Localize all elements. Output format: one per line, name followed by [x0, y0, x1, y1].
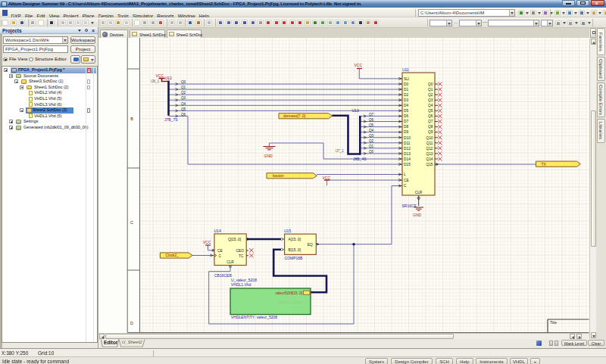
svg-text:CE: CE [404, 179, 409, 182]
svg-text:C: C [130, 220, 133, 225]
svg-text:D0: D0 [404, 82, 408, 86]
svg-text:TX: TX [542, 163, 547, 166]
svg-text:Q2: Q2 [428, 93, 433, 97]
svg-text:U13: U13 [352, 108, 359, 113]
svg-text:D9: D9 [404, 130, 408, 134]
svg-text:D10: D10 [404, 136, 411, 140]
svg-text:Q6: Q6 [428, 114, 433, 118]
svg-text:Q0: Q0 [428, 82, 433, 86]
svg-text:CLR: CLR [226, 260, 234, 264]
svg-text:Q4: Q4 [428, 104, 433, 107]
svg-text:D12: D12 [404, 147, 411, 151]
svg-text:IJ6_1: IJ6_1 [151, 79, 160, 83]
svg-text:D1: D1 [404, 88, 408, 92]
svg-text:Title: Title [550, 321, 557, 325]
svg-text:Clock2_: Clock2_ [166, 254, 180, 257]
svg-text:Q12: Q12 [426, 147, 433, 151]
svg-text:D5: D5 [404, 109, 408, 113]
svg-text:D15: D15 [404, 163, 411, 166]
svg-text:IJ7_1: IJ7_1 [336, 149, 345, 153]
svg-text:B[15..0]: B[15..0] [289, 248, 301, 252]
svg-text:VCC: VCC [355, 63, 363, 67]
svg-text:Q3: Q3 [369, 134, 374, 138]
svg-text:Q9: Q9 [428, 130, 433, 134]
svg-text:Q6: Q6 [369, 118, 374, 122]
svg-text:Q8: Q8 [428, 125, 433, 129]
svg-text:VCC: VCC [156, 73, 164, 78]
svg-text:Q1: Q1 [428, 88, 433, 92]
svg-text:VCC: VCC [323, 176, 331, 180]
svg-text:Q[15..0]: Q[15..0] [228, 238, 241, 241]
svg-text:J7B_7S: J7B_7S [164, 117, 178, 122]
svg-text:Q5: Q5 [181, 107, 186, 111]
svg-text:GND: GND [413, 213, 422, 217]
svg-text:U11: U11 [402, 67, 409, 72]
svg-text:Q4: Q4 [181, 102, 186, 106]
svg-text:U14: U14 [214, 229, 221, 233]
svg-text:CB16CEB: CB16CEB [214, 273, 232, 278]
svg-text:VHDL1.Vhd: VHDL1.Vhd [231, 282, 251, 287]
svg-text:Q0: Q0 [181, 80, 186, 84]
svg-text:Q5: Q5 [369, 123, 374, 127]
svg-text:Q15: Q15 [426, 163, 433, 166]
svg-text:EQ: EQ [308, 243, 313, 247]
svg-text:CEO: CEO [236, 249, 245, 253]
svg-text:GND: GND [264, 154, 273, 158]
svg-text:Q6: Q6 [181, 113, 186, 117]
svg-text:Q11: Q11 [426, 142, 433, 145]
svg-text:D14: D14 [404, 157, 411, 161]
svg-text:D13: D13 [404, 152, 411, 156]
svg-text:D2: D2 [404, 93, 408, 97]
svg-text:Q5: Q5 [428, 109, 433, 113]
svg-text:Q0: Q0 [369, 150, 374, 154]
svg-text:D8: D8 [404, 125, 408, 129]
svg-text:Q13: Q13 [426, 152, 433, 156]
svg-text:COMP16B: COMP16B [285, 256, 304, 260]
svg-text:VCC: VCC [203, 240, 211, 244]
svg-text:D4: D4 [404, 104, 408, 107]
svg-text:Q3: Q3 [428, 98, 433, 102]
svg-text:D3: D3 [404, 98, 408, 102]
svg-text:CLR: CLR [415, 191, 423, 194]
svg-text:Q7: Q7 [428, 120, 433, 123]
svg-text:valeur_5208: valeur_5208 [278, 300, 304, 304]
svg-text:Q1: Q1 [369, 145, 374, 148]
svg-text:bouton: bouton [273, 174, 284, 178]
svg-text:Q2: Q2 [181, 91, 186, 95]
svg-text:TC: TC [239, 254, 244, 258]
svg-text:Q1: Q1 [181, 86, 186, 89]
svg-text:Q14: Q14 [426, 157, 433, 161]
svg-text:Q3: Q3 [181, 96, 186, 100]
svg-text:J8B_4S: J8B_4S [353, 157, 367, 161]
svg-text:Q2: Q2 [369, 139, 374, 143]
svg-text:D: D [130, 321, 133, 325]
svg-text:D6: D6 [404, 114, 408, 118]
svg-text:C: C [219, 254, 222, 258]
svg-text:Q7: Q7 [369, 113, 374, 117]
svg-text:U15: U15 [284, 229, 291, 233]
svg-text:donnees[7..0]: donnees[7..0] [283, 114, 305, 118]
svg-text:Q10: Q10 [426, 136, 433, 140]
svg-text:L: L [404, 173, 406, 176]
svg-text:VHDLENTITY: valeur_5208: VHDLENTITY: valeur_5208 [231, 315, 277, 319]
svg-text:Q4: Q4 [369, 129, 374, 132]
svg-text:B: B [130, 117, 133, 121]
svg-text:D7: D7 [404, 120, 408, 123]
svg-text:SLI: SLI [404, 77, 409, 81]
svg-text:U12: U12 [165, 76, 172, 80]
svg-text:A[15..0]: A[15..0] [289, 238, 301, 241]
svg-text:D11: D11 [404, 142, 411, 145]
svg-text:C: C [404, 184, 407, 188]
svg-text:CE: CE [217, 249, 223, 253]
svg-text:valeur5208[15..0]: valeur5208[15..0] [275, 291, 302, 295]
